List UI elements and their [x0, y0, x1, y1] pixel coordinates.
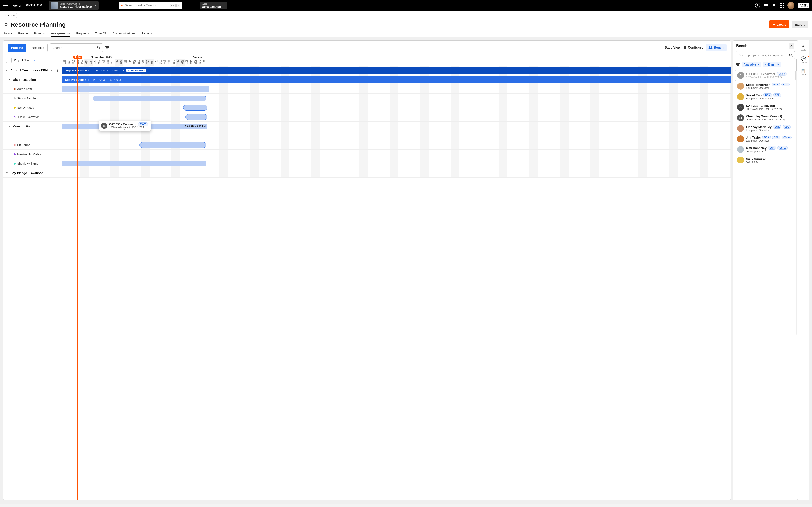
gantt-bar[interactable]: [140, 142, 206, 148]
chip-remove-icon[interactable]: ✕: [758, 63, 760, 66]
tab-time-off[interactable]: Time Off: [95, 31, 107, 37]
kebab-icon[interactable]: ⋮: [56, 68, 59, 72]
gantt-row[interactable]: [62, 94, 730, 103]
toggle-resources[interactable]: Resources: [26, 44, 47, 52]
gantt-row[interactable]: 7:00 AM - 3:30 PM: [62, 122, 730, 131]
leaf-row[interactable]: PK Jarrod: [3, 140, 62, 150]
column-project-name[interactable]: Project Name: [14, 59, 31, 62]
bench-search[interactable]: [736, 51, 795, 59]
gantt-bar[interactable]: [185, 114, 207, 120]
bench-item[interactable]: Saeed CarrBGKCDLEquipment Operator, CR: [735, 92, 796, 102]
subgroup-row[interactable]: ▾Site Preparation: [3, 75, 62, 84]
group-row[interactable]: ▾Bay Bridge - Swanson: [3, 168, 62, 178]
gantt-row[interactable]: [62, 103, 730, 112]
tab-projects[interactable]: Projects: [34, 31, 45, 37]
bench-toggle[interactable]: Bench: [706, 44, 726, 51]
bell-icon[interactable]: [772, 3, 776, 8]
bench-item-name: Scott Henderson: [746, 83, 770, 87]
search-icon[interactable]: [789, 54, 793, 57]
toggle-projects[interactable]: Projects: [8, 44, 26, 52]
gantt-bar[interactable]: Site Preparation|11/01/2023 - 12/01/2023: [62, 76, 730, 83]
drag-preview-card[interactable]: JC CAT 350 - Excavator EX-50 100% Availa…: [99, 121, 151, 131]
chevron-down-icon: ▾: [6, 172, 9, 174]
bench-item[interactable]: Max ConneleyBGKOSHAJourneyman LVL1: [735, 145, 796, 155]
export-button[interactable]: Export: [792, 21, 808, 28]
gantt-row[interactable]: Airport Concourse|11/01/2023 - 12/01/202…: [62, 66, 730, 75]
gantt-bar[interactable]: 7:00 AM - 3:30 PM: [170, 123, 207, 129]
help-icon[interactable]: ?: [755, 3, 760, 8]
add-icon[interactable]: ＋: [50, 68, 53, 72]
company-badge[interactable]: Vertigo Construction: [798, 3, 809, 8]
tab-reports[interactable]: Reports: [142, 31, 152, 37]
chip-distance[interactable]: < 40 mi. ✕: [763, 62, 781, 67]
gantt-bar[interactable]: [154, 123, 170, 129]
bench-item[interactable]: ⛏CAT 350 - ExcavatorEX-50100% Available …: [735, 70, 796, 81]
chip-available[interactable]: Available ✕: [742, 62, 761, 67]
chat-icon[interactable]: [764, 3, 768, 8]
bench-item[interactable]: ⛏CAT 301 - Excavator100% Available until…: [735, 102, 796, 112]
bench-filter-icon[interactable]: [736, 63, 740, 66]
menu-icon[interactable]: [3, 3, 8, 8]
gantt-row[interactable]: [62, 140, 730, 150]
global-search[interactable]: ✦ CtrlK: [119, 2, 182, 9]
gantt-row[interactable]: [62, 84, 730, 94]
bench-item[interactable]: CTChembley Town Crew (3)Gary Wilson, Sue…: [735, 113, 796, 123]
bench-search-input[interactable]: [738, 53, 789, 57]
save-view-button[interactable]: Save View: [665, 46, 681, 50]
breadcrumb-home[interactable]: ‹ Home: [4, 13, 17, 18]
group-row[interactable]: ▾Airport Concourse - DEN＋⋮: [3, 66, 62, 75]
sort-arrow-icon[interactable]: ↑: [34, 59, 35, 62]
bench-scrollbar[interactable]: [796, 59, 797, 335]
leaf-row[interactable]: Sheyla Williams: [3, 159, 62, 168]
rail-kickoff[interactable]: 📋 Kickoff: [801, 68, 806, 76]
tab-assignments[interactable]: Assignments: [51, 31, 70, 37]
menu-label[interactable]: Menu: [13, 4, 20, 7]
chip-remove-icon[interactable]: ✕: [777, 63, 779, 66]
gantt-bar[interactable]: [122, 86, 128, 92]
search-icon[interactable]: [97, 46, 100, 49]
rail-copilot[interactable]: ✦ Copilot: [801, 44, 806, 51]
gantt-bar[interactable]: [128, 86, 209, 92]
leaf-row[interactable]: Harrison McCafey: [3, 150, 62, 159]
gantt-row[interactable]: [62, 168, 730, 178]
gantt-bar[interactable]: Airport Concourse|11/01/2023 - 12/01/202…: [62, 67, 730, 74]
configure-button[interactable]: Configure: [683, 46, 703, 50]
bench-item[interactable]: Sally SawaranApprentice: [735, 155, 796, 165]
tab-communications[interactable]: Communications: [113, 31, 136, 37]
gear-icon[interactable]: ⚙: [4, 22, 8, 27]
filter-icon[interactable]: [105, 46, 109, 49]
bench-item[interactable]: Lindsay McNalleyBGKCDLEquipment Operator: [735, 123, 796, 133]
leaf-row[interactable]: ⛏E208 Excavator: [3, 112, 62, 122]
tab-people[interactable]: People: [18, 31, 28, 37]
apps-selector[interactable]: Apps Select an App ▼: [200, 2, 227, 9]
panel-search-input[interactable]: [52, 46, 97, 50]
gantt-row[interactable]: [62, 159, 730, 168]
subgroup-row[interactable]: ▾Construction: [3, 122, 62, 131]
leaf-row[interactable]: Sandy Katuk: [3, 103, 62, 112]
bench-item[interactable]: Scott HendersonBGKCDLEquipment Operator: [735, 81, 796, 91]
gantt-bar[interactable]: [62, 86, 122, 92]
gantt-row[interactable]: [62, 131, 730, 140]
gantt-bar[interactable]: [93, 96, 206, 101]
tab-requests[interactable]: Requests: [76, 31, 89, 37]
context-selector[interactable]: Vertigo Construction Seattle Corridor Ra…: [49, 1, 99, 10]
bench-item[interactable]: Jim TaylorBGKCDLOSHAEquipment Operator: [735, 134, 796, 144]
bench-scroll-thumb[interactable]: [796, 59, 797, 71]
user-avatar[interactable]: [788, 2, 794, 9]
panel-search[interactable]: [50, 43, 103, 52]
hourglass-icon[interactable]: ⧗: [6, 58, 11, 63]
gantt-row[interactable]: [62, 112, 730, 122]
tab-home[interactable]: Home: [4, 31, 12, 37]
create-button[interactable]: ＋ Create: [769, 20, 790, 29]
gantt-row[interactable]: [62, 150, 730, 159]
leaf-row[interactable]: Aaron Kettl: [3, 84, 62, 94]
gantt-bar[interactable]: [183, 105, 207, 111]
global-search-input[interactable]: [124, 4, 168, 7]
apps-grid-icon[interactable]: [780, 3, 784, 7]
leaf-row[interactable]: Simon Sanchez: [3, 94, 62, 103]
rail-conversations[interactable]: 💬 Conversa...: [799, 56, 808, 63]
brand-logo[interactable]: PROCORE: [26, 4, 45, 7]
bench-close-button[interactable]: ✕: [789, 43, 794, 49]
gantt-row[interactable]: Site Preparation|11/01/2023 - 12/01/2023: [62, 75, 730, 84]
gantt-bar[interactable]: [62, 161, 206, 167]
